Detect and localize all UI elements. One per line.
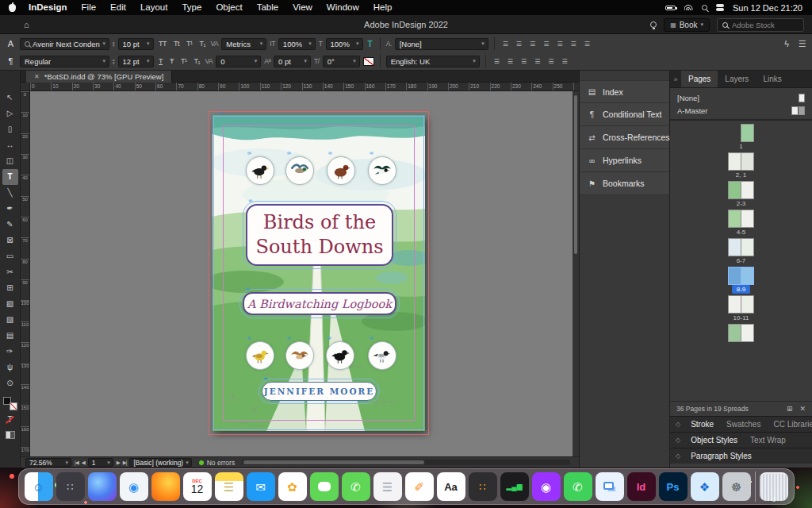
app-menu[interactable]: InDesign (21, 0, 75, 15)
tab-swatches[interactable]: Swatches (720, 420, 767, 429)
superscript-button[interactable]: T¹ (185, 40, 195, 48)
collapse-panel-icon[interactable]: » (670, 71, 681, 87)
fonts-icon[interactable]: Aa (437, 472, 465, 501)
document-canvas[interactable]: ∞ ∞ ∞ ∞ ∞ (30, 91, 573, 456)
pages-panel-spread[interactable]: 4-5 (729, 210, 753, 237)
page-thumbnail[interactable] (729, 267, 741, 284)
tab-layers[interactable]: Layers (718, 71, 756, 87)
pages-panel-spread[interactable] (729, 325, 753, 351)
spotlight-icon[interactable] (702, 5, 707, 10)
small-caps-button[interactable]: Tt (172, 40, 182, 48)
zoom-level-dropdown[interactable]: 72.56% (25, 458, 71, 467)
text-fill-indicator[interactable]: T (5, 415, 16, 424)
subscript-button[interactable]: T₁ (197, 40, 208, 48)
safari-icon[interactable]: ◉ (120, 472, 148, 501)
last-page-button[interactable]: ▶| (123, 460, 127, 466)
font-size-field[interactable]: 10 pt (118, 38, 154, 50)
page-thumbnail[interactable] (729, 239, 741, 256)
menu-item[interactable]: Layout (133, 0, 175, 15)
stock-search-input[interactable] (732, 21, 797, 29)
horizontal-scale-field[interactable]: 100% (326, 38, 363, 50)
bird-circle-magpie[interactable]: ∞ (368, 156, 396, 185)
remote-desktop-icon[interactable]: ❖ (691, 472, 719, 501)
align-right-button[interactable]: ☰ (527, 40, 538, 48)
align-left-button[interactable]: ☰ (500, 40, 511, 48)
bookmarks-panel-button[interactable]: ⚑ Bookmarks (580, 172, 669, 195)
stocks-icon[interactable]: ▂▄▆ (500, 472, 529, 501)
menu-item[interactable]: Object (209, 0, 249, 15)
paragraph-panel-toggle[interactable]: ¶ (5, 56, 17, 66)
photos-icon[interactable]: ✿ (278, 472, 307, 501)
align-last-center-button[interactable]: ☰ (505, 58, 515, 65)
page-thumbnail[interactable] (729, 210, 741, 227)
pages-panel-spread[interactable]: 10-11 (729, 296, 753, 322)
subscript-button-2[interactable]: T₁ (192, 57, 202, 65)
rectangle-frame-tool[interactable]: ⊠ (2, 233, 18, 248)
tab-paragraph-styles[interactable]: Paragraph Styles (684, 452, 758, 460)
page-thumbnail[interactable] (741, 210, 753, 227)
character-style-dropdown[interactable]: [None] (395, 38, 488, 50)
tracking-dropdown[interactable]: 0 (216, 56, 261, 67)
tab-object-styles[interactable]: Object Styles (684, 436, 744, 444)
space-before-button[interactable]: ☰ (560, 58, 570, 65)
indent-left-button[interactable]: ☰ (519, 58, 529, 65)
close-icon[interactable]: ✕ (34, 73, 40, 80)
menu-item[interactable]: Window (320, 0, 366, 15)
indent-right-button[interactable]: ☰ (532, 58, 542, 65)
battery-icon[interactable] (665, 6, 676, 10)
preflight-menu[interactable]: [Basic] (working) (129, 458, 191, 467)
pages-panel-spread[interactable]: 2, 1 (729, 153, 753, 179)
page-thumbnail[interactable] (729, 182, 741, 198)
tab-stroke[interactable]: Stroke (684, 420, 720, 429)
kerning-dropdown[interactable]: Metrics (221, 38, 266, 50)
skew-field[interactable]: 0° (323, 56, 360, 67)
menu-item[interactable]: Type (174, 0, 209, 15)
cross-references-panel-button[interactable]: ⇄ Cross-References (580, 126, 669, 149)
page-thumbnail[interactable] (741, 153, 753, 170)
selection-tool[interactable]: ↖ (2, 90, 18, 106)
page-thumbnail[interactable] (729, 325, 741, 341)
documents-icon[interactable] (596, 472, 624, 501)
launchpad-icon[interactable]: ∷ (56, 472, 85, 501)
leading-stepper[interactable] (113, 58, 115, 64)
whatsapp-icon[interactable]: ✆ (564, 472, 592, 501)
files-icon[interactable]: ☰ (373, 472, 402, 501)
previous-page-button[interactable]: ◀ (82, 460, 85, 466)
menu-item[interactable]: Help (366, 0, 400, 15)
scissors-tool[interactable]: ✂ (2, 264, 18, 280)
menu-item[interactable]: Table (250, 0, 286, 15)
justify-right-button[interactable]: ☰ (569, 40, 579, 48)
vertical-scale-field[interactable]: 100% (278, 38, 316, 50)
font-style-dropdown[interactable]: Regular (20, 56, 109, 67)
discover-bulb-icon[interactable] (650, 21, 657, 28)
adobe-stock-search[interactable] (717, 18, 804, 32)
hyperlinks-panel-button[interactable]: ∞ Hyperlinks (580, 149, 669, 172)
apple-menu-icon[interactable] (9, 4, 16, 12)
all-caps-button[interactable]: TT (157, 40, 169, 48)
subtitle-frame[interactable]: ∞ A Birdwatching Logbook (243, 292, 396, 315)
indesign-icon[interactable]: Id (627, 472, 656, 501)
font-size-stepper[interactable] (113, 40, 115, 47)
scrollbar-thumb[interactable] (243, 460, 424, 464)
document-page[interactable]: ∞ ∞ ∞ ∞ ∞ (213, 115, 425, 431)
author-frame[interactable]: ∞ JENNIFER MOORE (262, 382, 377, 401)
horizontal-ruler[interactable]: 0102030405060708090100110120130140150160… (30, 83, 579, 91)
new-spread-button[interactable]: ⊞ (787, 405, 793, 413)
menu-bar-clock[interactable]: Sun 12 Dec 21:20 (733, 3, 802, 13)
bird-circle-blackbird[interactable]: ∞ (246, 156, 274, 185)
horizontal-scrollbar[interactable] (242, 460, 570, 465)
first-page-button[interactable]: |◀ (75, 460, 79, 466)
page-number-field[interactable]: 1 (88, 458, 113, 467)
leading-field[interactable]: 12 pt (118, 56, 154, 67)
line-tool[interactable]: ╲ (2, 185, 18, 201)
zoom-tool[interactable]: ⊙ (2, 375, 18, 391)
title-frame[interactable]: ∞ Birds of the South Downs (246, 204, 393, 266)
eyedropper-tool[interactable]: ✑ (2, 344, 18, 360)
delete-page-button[interactable]: ✕ (799, 405, 806, 413)
photoshop-icon[interactable]: Ps (659, 472, 688, 501)
master-a-master[interactable]: A-Master (670, 104, 812, 117)
panel-grabber-icon[interactable]: ◇ (676, 421, 680, 428)
pencil-app-icon[interactable]: ✐ (405, 472, 434, 501)
panel-menu-icon[interactable]: ☰ (795, 39, 809, 49)
next-page-button[interactable]: ▶ (117, 460, 120, 466)
